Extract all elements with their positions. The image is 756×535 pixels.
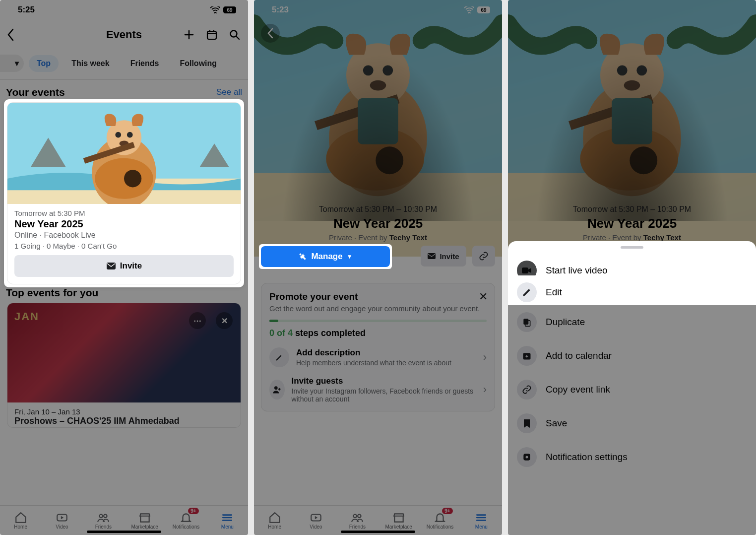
tab-marketplace[interactable]: Marketplace <box>378 506 419 535</box>
chip-collapsed[interactable]: ▾ <box>0 55 24 72</box>
progress-bar <box>269 320 487 322</box>
svg-point-20 <box>363 65 374 75</box>
promote-desc: Get the word out and engage your communi… <box>269 304 487 313</box>
tab-notifications[interactable]: 9+Notifications <box>419 506 460 535</box>
invite-button[interactable]: Invite <box>421 246 466 267</box>
sheet-add-calendar[interactable]: Add to calendar <box>508 339 756 373</box>
close-icon[interactable]: ✕ <box>216 312 233 329</box>
event-location: Online · Facebook Live <box>14 231 234 240</box>
chevron-right-icon: › <box>483 383 487 396</box>
event-byline: Private · Event by Techy Text <box>508 233 756 242</box>
step-title: Invite guests <box>292 376 343 386</box>
svg-rect-2 <box>57 515 67 521</box>
svg-point-40 <box>630 146 657 174</box>
sheet-label: Notification settings <box>546 452 628 463</box>
calendar-icon[interactable] <box>205 28 218 41</box>
tab-bar: Home Video Friends Marketplace 9+Notific… <box>254 505 502 535</box>
event-cover-image <box>7 103 241 204</box>
notif-badge: 9+ <box>442 508 452 514</box>
sheet-label: Start live video <box>546 265 608 276</box>
sheet-label: Save <box>546 418 567 429</box>
top-event-card[interactable]: JAN ⋯ ✕ Fri, Jan 10 – Jan 13 Proshows – … <box>7 303 241 428</box>
screen-manage-sheet: Tomorrow at 5:30 PM – 10:30 PM New Year … <box>508 0 756 535</box>
tab-marketplace[interactable]: Marketplace <box>124 506 165 535</box>
home-indicator <box>341 531 415 533</box>
plus-icon[interactable] <box>183 28 195 41</box>
sheet-edit[interactable]: Edit <box>508 275 756 309</box>
tab-friends[interactable]: Friends <box>337 506 378 535</box>
svg-rect-25 <box>315 94 400 130</box>
tab-home[interactable]: Home <box>254 506 295 535</box>
filter-chips: ▾ Top This week Friends Following <box>0 52 248 80</box>
svg-rect-32 <box>508 0 756 257</box>
svg-rect-45 <box>525 321 530 327</box>
chip-top[interactable]: Top <box>29 55 59 72</box>
tab-notifications[interactable]: 9+Notifications <box>165 506 206 535</box>
status-time: 5:25 <box>18 5 35 15</box>
svg-point-34 <box>583 81 681 197</box>
bell-settings-icon <box>517 447 537 467</box>
svg-rect-41 <box>568 94 654 130</box>
svg-rect-47 <box>523 454 530 460</box>
svg-point-31 <box>358 515 361 518</box>
tab-friends[interactable]: Friends <box>83 506 124 535</box>
svg-rect-27 <box>428 253 436 259</box>
battery-icon: 69 <box>477 6 490 13</box>
chip-this-week[interactable]: This week <box>63 55 117 72</box>
sheet-duplicate[interactable]: Duplicate <box>508 305 756 339</box>
events-header: Events <box>0 20 248 50</box>
tab-video[interactable]: Video <box>41 506 82 535</box>
svg-rect-16 <box>254 0 502 257</box>
event-cover <box>508 0 756 221</box>
see-all-link[interactable]: See all <box>216 87 242 97</box>
step-title: Add description <box>296 348 360 357</box>
battery-icon: 69 <box>223 6 236 13</box>
back-icon[interactable] <box>7 28 15 41</box>
close-icon[interactable]: ✕ <box>479 290 488 303</box>
step-invite-guests[interactable]: Invite guestsInvite your Instagram follo… <box>269 376 487 403</box>
status-right: 69 <box>210 6 236 13</box>
svg-rect-0 <box>207 31 216 39</box>
manage-label: Manage <box>311 252 342 262</box>
event-time: Tomorrow at 5:30 PM <box>14 209 234 217</box>
step-add-description[interactable]: Add descriptionHelp members understand w… <box>269 347 487 367</box>
svg-point-30 <box>354 515 357 518</box>
sheet-grabber[interactable] <box>621 246 643 249</box>
tab-menu[interactable]: Menu <box>207 506 248 535</box>
home-indicator <box>87 531 161 533</box>
svg-point-21 <box>382 65 393 75</box>
more-icon[interactable]: ⋯ <box>189 312 206 329</box>
sheet-label: Copy event link <box>546 384 610 395</box>
tab-menu[interactable]: Menu <box>461 506 502 535</box>
manage-button[interactable]: Manage ▼ <box>261 246 390 267</box>
svg-point-1 <box>231 31 237 37</box>
chip-friends[interactable]: Friends <box>123 55 167 72</box>
svg-point-19 <box>346 43 410 107</box>
invite-button[interactable]: Invite <box>14 255 234 277</box>
svg-point-35 <box>600 43 664 107</box>
tab-home[interactable]: Home <box>0 506 41 535</box>
chip-following[interactable]: Following <box>172 55 225 72</box>
pencil-icon <box>517 282 537 302</box>
svg-point-4 <box>104 515 107 518</box>
svg-rect-43 <box>522 268 528 273</box>
search-icon[interactable] <box>228 28 241 41</box>
back-icon[interactable] <box>261 24 280 43</box>
copy-link-button[interactable] <box>472 246 495 267</box>
top-events-header: Top events for you <box>6 287 242 299</box>
chevron-down-icon: ▾ <box>15 59 19 68</box>
sheet-edit-highlight: Edit <box>508 275 756 309</box>
svg-point-13 <box>124 170 141 187</box>
status-bar: 5:23 69 <box>254 0 502 20</box>
sheet-save[interactable]: Save <box>508 406 756 440</box>
sheet-notification-settings[interactable]: Notification settings <box>508 440 756 474</box>
sheet-copy-link[interactable]: Copy event link <box>508 373 756 406</box>
promote-title: Promote your event <box>269 291 487 302</box>
event-title: New Year 2025 <box>14 218 234 230</box>
link-icon <box>517 380 537 400</box>
invite-label: Invite <box>440 252 459 261</box>
tab-video[interactable]: Video <box>295 506 336 535</box>
your-event-card[interactable]: Tomorrow at 5:30 PM New Year 2025 Online… <box>7 102 241 284</box>
month-badge: JAN <box>14 310 39 323</box>
pencil-icon <box>269 347 289 367</box>
